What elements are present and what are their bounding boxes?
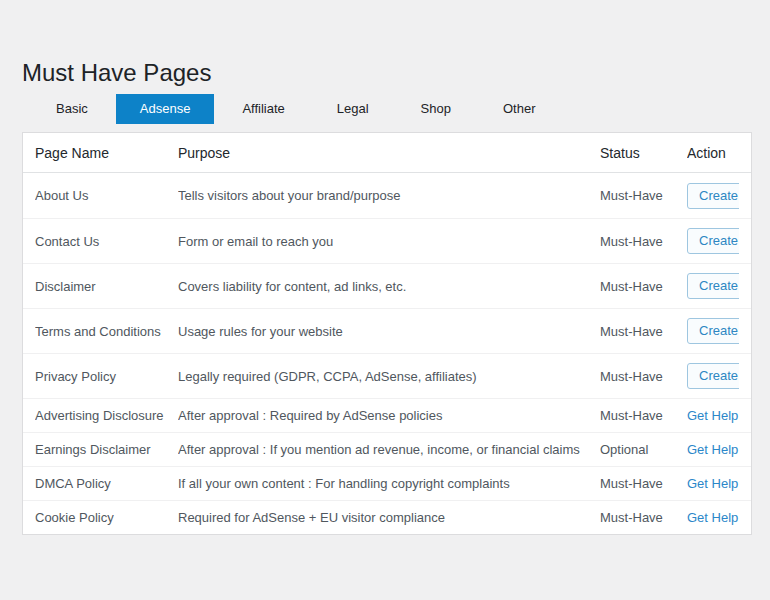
column-header-action: Action xyxy=(687,145,739,161)
create-button[interactable]: Create xyxy=(687,183,739,209)
status-cell: Must-Have xyxy=(600,234,687,249)
table-row: Advertising Disclosure After approval : … xyxy=(23,398,751,432)
purpose-cell: Covers liability for content, ad links, … xyxy=(178,279,600,294)
purpose-cell: Tells visitors about your brand/purpose xyxy=(178,188,600,203)
status-cell: Must-Have xyxy=(600,188,687,203)
tab-basic[interactable]: Basic xyxy=(32,94,112,124)
get-help-link[interactable]: Get Help xyxy=(687,510,738,525)
column-header-page-name: Page Name xyxy=(35,145,178,161)
status-cell: Must-Have xyxy=(600,476,687,491)
purpose-cell: Legally required (GDPR, CCPA, AdSense, a… xyxy=(178,369,600,384)
column-header-status: Status xyxy=(600,145,687,161)
create-button[interactable]: Create xyxy=(687,363,739,389)
status-cell: Must-Have xyxy=(600,279,687,294)
table-row: Disclaimer Covers liability for content,… xyxy=(23,263,751,308)
tab-adsense[interactable]: Adsense xyxy=(116,94,215,124)
purpose-cell: After approval : If you mention ad reven… xyxy=(178,442,600,457)
purpose-cell: After approval : Required by AdSense pol… xyxy=(178,408,600,423)
table-row: DMCA Policy If all your own content : Fo… xyxy=(23,466,751,500)
tab-bar: Basic Adsense Affiliate Legal Shop Other xyxy=(32,94,750,124)
status-cell: Optional xyxy=(600,442,687,457)
admin-content-area: Must Have Pages Basic Adsense Affiliate … xyxy=(0,0,770,535)
get-help-link[interactable]: Get Help xyxy=(687,408,738,423)
status-cell: Must-Have xyxy=(600,369,687,384)
page-name-cell: Disclaimer xyxy=(35,279,178,294)
tab-legal[interactable]: Legal xyxy=(313,94,393,124)
table-row: Privacy Policy Legally required (GDPR, C… xyxy=(23,353,751,398)
status-cell: Must-Have xyxy=(600,324,687,339)
table-row: Terms and Conditions Usage rules for you… xyxy=(23,308,751,353)
column-header-purpose: Purpose xyxy=(178,145,600,161)
tab-other[interactable]: Other xyxy=(479,94,560,124)
purpose-cell: Required for AdSense + EU visitor compli… xyxy=(178,510,600,525)
table-row: Earnings Disclaimer After approval : If … xyxy=(23,432,751,466)
status-cell: Must-Have xyxy=(600,408,687,423)
pages-table-card: Page Name Purpose Status Action About Us… xyxy=(22,132,752,535)
page-name-cell: Advertising Disclosure xyxy=(35,408,178,423)
page-title: Must Have Pages xyxy=(22,58,750,88)
get-help-link[interactable]: Get Help xyxy=(687,476,738,491)
purpose-cell: If all your own content : For handling c… xyxy=(178,476,600,491)
table-row: Contact Us Form or email to reach you Mu… xyxy=(23,218,751,263)
purpose-cell: Usage rules for your website xyxy=(178,324,600,339)
tab-affiliate[interactable]: Affiliate xyxy=(218,94,308,124)
create-button[interactable]: Create xyxy=(687,318,739,344)
page-name-cell: Cookie Policy xyxy=(35,510,178,525)
page-name-cell: Contact Us xyxy=(35,234,178,249)
table-row: Cookie Policy Required for AdSense + EU … xyxy=(23,500,751,534)
purpose-cell: Form or email to reach you xyxy=(178,234,600,249)
page-name-cell: Earnings Disclaimer xyxy=(35,442,178,457)
status-cell: Must-Have xyxy=(600,510,687,525)
table-header-row: Page Name Purpose Status Action xyxy=(23,133,751,173)
page-name-cell: About Us xyxy=(35,188,178,203)
create-button[interactable]: Create xyxy=(687,228,739,254)
create-button[interactable]: Create xyxy=(687,273,739,299)
page-name-cell: Privacy Policy xyxy=(35,369,178,384)
page-name-cell: DMCA Policy xyxy=(35,476,178,491)
page-name-cell: Terms and Conditions xyxy=(35,324,178,339)
tab-shop[interactable]: Shop xyxy=(397,94,475,124)
table-row: About Us Tells visitors about your brand… xyxy=(23,173,751,218)
get-help-link[interactable]: Get Help xyxy=(687,442,738,457)
